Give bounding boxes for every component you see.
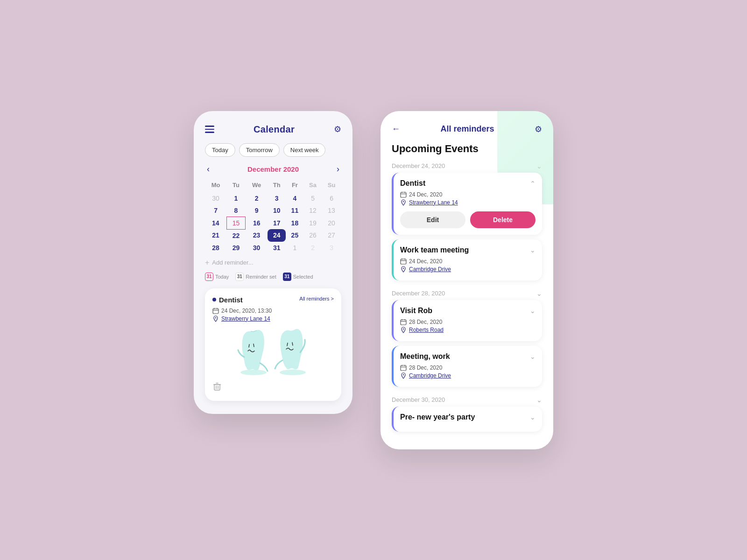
chevron-down-icon-3: ⌄ — [536, 290, 542, 297]
cal-day[interactable]: 25 — [286, 229, 303, 242]
chevron-down-icon-4[interactable]: ⌄ — [530, 307, 536, 315]
dentist-event-header: Dentist ⌄ — [400, 179, 536, 188]
cal-day[interactable]: 30 — [246, 242, 268, 254]
cal-day[interactable]: 3 — [268, 192, 286, 204]
svg-line-6 — [249, 344, 249, 347]
dentist-date-right: 24 Dec, 2020 — [400, 191, 536, 198]
date-group-dec28[interactable]: December 28, 2020 ⌄ — [392, 285, 542, 300]
calendar-icon-3 — [400, 319, 407, 325]
cal-day[interactable]: 16 — [246, 217, 268, 229]
dentist-location-right-link[interactable]: Strawberry Lane 14 — [409, 199, 458, 206]
tab-tomorrow[interactable]: Tomorrow — [239, 143, 280, 157]
cal-day[interactable]: 21 — [205, 229, 226, 242]
calendar-title: Calendar — [254, 124, 295, 135]
dentist-location-detail: Strawberry Lane 14 — [212, 315, 334, 322]
back-button[interactable]: ← — [392, 124, 400, 134]
dentist-dot — [212, 298, 216, 301]
chevron-down-icon-2[interactable]: ⌄ — [530, 246, 536, 254]
next-month-button[interactable]: › — [337, 164, 339, 174]
cal-day[interactable]: 13 — [322, 204, 341, 217]
cal-day[interactable]: 2 — [304, 242, 322, 254]
visit-rob-location: Roberts Road — [400, 327, 536, 333]
tab-today[interactable]: Today — [205, 143, 235, 157]
cal-day[interactable]: 1 — [226, 192, 246, 204]
reminders-phone: ← All reminders ⚙ Upcoming Events Decemb… — [381, 111, 553, 449]
cal-day[interactable]: 2 — [246, 192, 268, 204]
weekday-th: Th — [268, 180, 286, 192]
cal-day-today[interactable]: 15 — [226, 217, 246, 229]
cal-day[interactable]: 31 — [268, 242, 286, 254]
cal-day[interactable]: 6 — [322, 192, 341, 204]
dentist-location[interactable]: Strawberry Lane 14 — [221, 315, 270, 322]
delete-button[interactable]: Delete — [470, 211, 536, 228]
weekday-mo: Mo — [205, 180, 226, 192]
work-meeting-location: Cambridge Drive — [400, 266, 536, 273]
weekday-tu: Tu — [226, 180, 246, 192]
reminders-settings-icon[interactable]: ⚙ — [535, 124, 542, 134]
date-group-dec30[interactable]: December 30, 2020 ⌄ — [392, 392, 542, 406]
chevron-down-icon-7[interactable]: ⌄ — [530, 413, 536, 421]
cal-day[interactable]: 5 — [304, 192, 322, 204]
cal-day[interactable]: 4 — [286, 192, 303, 204]
cal-day[interactable]: 30 — [205, 192, 226, 204]
work-meeting-title: Work team meeting — [400, 246, 469, 254]
reminders-header: ← All reminders ⚙ — [392, 124, 542, 134]
cal-day[interactable]: 7 — [205, 204, 226, 217]
work-meeting-location-link[interactable]: Cambridge Drive — [409, 266, 451, 273]
visit-rob-date-value: 28 Dec, 2020 — [409, 319, 442, 325]
cal-day[interactable]: 3 — [322, 242, 341, 254]
location-icon-4 — [400, 372, 407, 379]
svg-point-25 — [403, 267, 404, 268]
add-reminder-button[interactable]: + Add reminder... — [205, 259, 341, 267]
view-tabs: Today Tomorrow Next week — [205, 143, 341, 157]
svg-point-35 — [403, 374, 404, 375]
cal-day[interactable]: 12 — [304, 204, 322, 217]
date-group-dec24-label: December 24, 2020 — [392, 162, 445, 169]
cal-day[interactable]: 8 — [226, 204, 246, 217]
meeting-work-location-link[interactable]: Cambridge Drive — [409, 372, 451, 379]
cal-day[interactable]: 20 — [322, 217, 341, 229]
settings-icon[interactable]: ⚙ — [334, 124, 341, 134]
calendar-navigation: ‹ December 2020 › — [205, 164, 341, 174]
cal-day[interactable]: 26 — [304, 229, 322, 242]
cal-day[interactable]: 19 — [304, 217, 322, 229]
cal-day[interactable]: 27 — [322, 229, 341, 242]
svg-line-10 — [292, 343, 293, 345]
chevron-up-icon[interactable]: ⌄ — [530, 180, 536, 187]
cal-day[interactable]: 18 — [286, 217, 303, 229]
trash-icon[interactable] — [212, 382, 334, 393]
edit-button[interactable]: Edit — [400, 211, 465, 228]
prev-month-button[interactable]: ‹ — [207, 164, 210, 174]
cal-day[interactable]: 23 — [246, 229, 268, 242]
meeting-work-date: 28 Dec, 2020 — [400, 364, 536, 371]
visit-rob-location-link[interactable]: Roberts Road — [409, 327, 444, 333]
cal-day[interactable]: 11 — [286, 204, 303, 217]
current-month: December 2020 — [247, 165, 299, 173]
cal-day[interactable]: 22 — [226, 229, 246, 242]
cal-day[interactable]: 14 — [205, 217, 226, 229]
cal-day[interactable]: 9 — [246, 204, 268, 217]
legend-selected: 31 Selected — [283, 273, 313, 281]
cal-day[interactable]: 10 — [268, 204, 286, 217]
date-group-dec24[interactable]: December 24, 2020 ⌄ — [392, 158, 542, 173]
reminders-title: All reminders — [440, 124, 494, 134]
cal-day[interactable]: 29 — [226, 242, 246, 254]
cal-day[interactable]: 17 — [268, 217, 286, 229]
tab-next-week[interactable]: Next week — [283, 143, 326, 157]
date-group-dec28-label: December 28, 2020 — [392, 290, 445, 297]
visit-rob-card: Visit Rob ⌄ 28 Dec, 2020 Roberts Road — [392, 300, 542, 341]
meeting-work-location: Cambridge Drive — [400, 372, 536, 379]
chevron-down-icon-5[interactable]: ⌄ — [530, 353, 536, 360]
location-icon — [212, 315, 219, 322]
all-reminders-link[interactable]: All reminders > — [299, 296, 334, 301]
menu-icon[interactable] — [205, 126, 214, 133]
calendar-phone: Calendar ⚙ Today Tomorrow Next week ‹ De… — [194, 111, 352, 414]
cal-day[interactable]: 28 — [205, 242, 226, 254]
cal-day-selected[interactable]: 24 — [268, 229, 286, 242]
calendar-icon-right — [400, 191, 407, 198]
legend-reminder: 31 Reminder set — [235, 273, 276, 281]
date-group-dec30-label: December 30, 2020 — [392, 396, 445, 403]
dentist-event-card: Dentist ⌄ 24 Dec, 2020 Strawberry Lane 1… — [392, 173, 542, 235]
visit-rob-header: Visit Rob ⌄ — [400, 307, 536, 315]
cal-day[interactable]: 1 — [286, 242, 303, 254]
